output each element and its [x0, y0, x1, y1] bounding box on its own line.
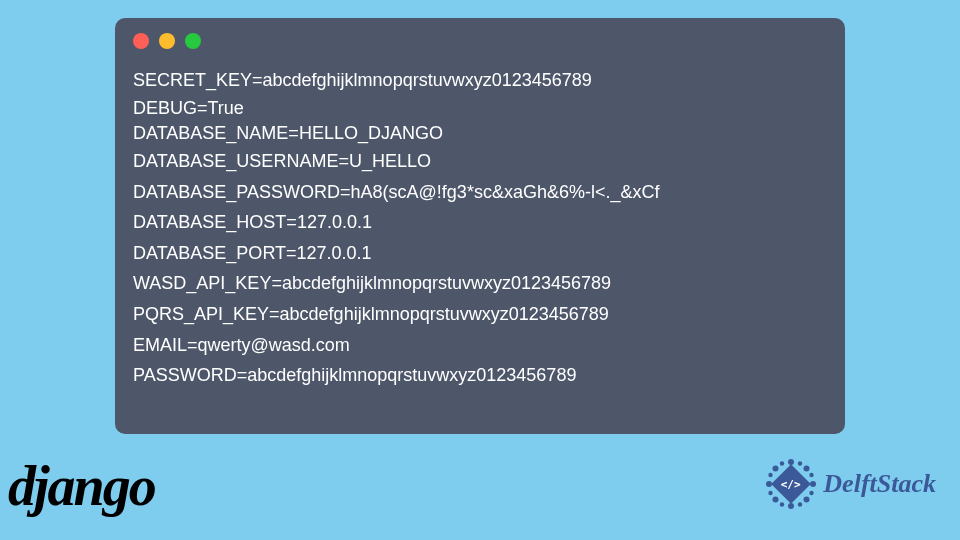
svg-point-13: [769, 491, 773, 495]
delftstack-logo: </> DelftStack: [765, 458, 936, 510]
maximize-icon[interactable]: [185, 33, 201, 49]
delftstack-text: DelftStack: [823, 469, 936, 499]
env-line: DATABASE_USERNAME=U_HELLO: [133, 146, 827, 177]
code-icon: </>: [781, 478, 801, 491]
env-line: DATABASE_NAME=HELLO_DJANGO: [133, 121, 827, 146]
svg-point-6: [773, 497, 779, 503]
svg-point-9: [798, 461, 802, 465]
svg-point-10: [780, 502, 784, 506]
svg-point-15: [810, 491, 814, 495]
close-icon[interactable]: [133, 33, 149, 49]
env-line: EMAIL=qwerty@wasd.com: [133, 330, 827, 361]
terminal-window: SECRET_KEY=abcdefghijklmnopqrstuvwxyz012…: [115, 18, 845, 434]
svg-point-14: [810, 473, 814, 477]
env-line: DEBUG=True: [133, 96, 827, 121]
env-line: PQRS_API_KEY=abcdefghijklmnopqrstuvwxyz0…: [133, 299, 827, 330]
env-line: DATABASE_PASSWORD=hA8(scA@!fg3*sc&xaGh&6…: [133, 177, 827, 208]
svg-point-1: [788, 503, 794, 509]
env-line: DATABASE_PORT=127.0.0.1: [133, 238, 827, 269]
svg-point-7: [804, 497, 810, 503]
minimize-icon[interactable]: [159, 33, 175, 49]
svg-point-5: [804, 466, 810, 472]
svg-point-12: [769, 473, 773, 477]
env-line: WASD_API_KEY=abcdefghijklmnopqrstuvwxyz0…: [133, 268, 827, 299]
env-line: DATABASE_HOST=127.0.0.1: [133, 207, 827, 238]
svg-point-11: [798, 502, 802, 506]
env-line: SECRET_KEY=abcdefghijklmnopqrstuvwxyz012…: [133, 65, 827, 96]
delftstack-icon: </>: [765, 458, 817, 510]
svg-point-3: [810, 481, 816, 487]
django-logo: django: [8, 454, 155, 518]
svg-point-8: [780, 461, 784, 465]
env-line: PASSWORD=abcdefghijklmnopqrstuvwxyz01234…: [133, 360, 827, 391]
window-controls: [133, 33, 827, 49]
env-file-content: SECRET_KEY=abcdefghijklmnopqrstuvwxyz012…: [133, 65, 827, 391]
svg-point-4: [773, 466, 779, 472]
